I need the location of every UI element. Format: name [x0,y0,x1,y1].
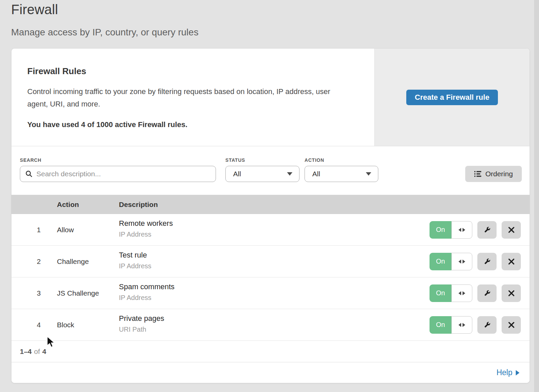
delete-rule-button[interactable] [502,284,521,302]
close-icon [508,322,515,328]
help-link-label: Help [497,368,512,377]
rule-description-cell: Spam comments IP Address [119,282,175,302]
wrench-icon [483,321,491,329]
edit-rule-button[interactable] [477,284,497,302]
action-label: ACTION [305,157,324,163]
rule-match-type: IP Address [119,294,175,302]
table-row: 4 Block Private pages URI Path On [11,309,530,341]
search-label: SEARCH [20,157,41,163]
close-icon [508,258,515,265]
wrench-icon [483,226,491,234]
chevron-down-icon [287,172,292,176]
rule-toggle: On [430,284,472,302]
page-title: Firewall [11,2,58,17]
page-subtitle: Manage access by IP, country, or query r… [11,27,198,38]
edit-rule-button[interactable] [477,316,497,334]
delete-rule-button[interactable] [502,253,521,270]
filters-bar: SEARCH STATUS All ACTION All [11,146,530,195]
close-icon [508,290,515,297]
arrow-left-icon [458,228,461,232]
table-row: 3 JS Challenge Spam comments IP Address … [11,277,530,309]
toggle-expand-button[interactable] [451,316,472,334]
search-input[interactable] [36,170,211,178]
search-box[interactable] [20,166,216,182]
firewall-page: Firewall Manage access by IP, country, o… [0,0,539,392]
rule-description-cell: Test rule IP Address [119,251,151,270]
rule-toggle: On [430,316,472,334]
rule-action: JS Challenge [57,289,99,297]
rule-action: Block [57,321,74,329]
rule-action: Allow [57,226,74,234]
pagination-of-label: of [34,348,40,356]
table-row: 1 Allow Remote workers IP Address On [11,214,530,246]
wrench-icon [483,258,491,266]
rule-description-cell: Private pages URI Path [119,314,164,333]
rule-priority: 2 [32,258,45,266]
rule-priority: 4 [32,321,45,329]
pagination: 1–4 of 4 [11,341,530,362]
ordered-list-icon [474,171,481,177]
rule-match-type: URI Path [119,326,164,333]
ordering-button[interactable]: Ordering [465,166,522,182]
rule-description: Private pages [119,314,164,323]
pagination-range: 1–4 [20,348,32,356]
toggle-on-button[interactable]: On [430,221,451,239]
rule-controls: On [430,316,521,334]
rule-match-type: IP Address [119,262,151,270]
action-selected-value: All [312,170,320,178]
toggle-on-button[interactable]: On [430,284,451,302]
rule-description: Remote workers [119,219,173,228]
arrow-right-icon [463,323,465,327]
rule-description: Test rule [119,251,151,260]
rules-description: Control incoming traffic to your zone by… [27,85,339,110]
rule-description: Spam comments [119,282,175,291]
status-select[interactable]: All [225,166,299,182]
right-triangle-icon [516,370,519,375]
column-header-action: Action [57,201,79,209]
toggle-on-button[interactable]: On [430,253,451,270]
rule-priority: 3 [32,289,45,297]
wrench-icon [483,289,491,297]
toggle-on-button[interactable]: On [430,316,451,334]
create-rule-panel: Create a Firewall rule [374,49,530,146]
rule-toggle: On [430,253,472,270]
rules-heading: Firewall Rules [27,66,354,77]
arrow-right-icon [463,260,465,264]
arrow-right-icon [463,228,465,232]
delete-rule-button[interactable] [502,316,521,334]
firewall-rules-card: Firewall Rules Control incoming traffic … [11,48,530,383]
rule-match-type: IP Address [119,231,173,238]
rule-description-cell: Remote workers IP Address [119,219,173,238]
rule-controls: On [430,253,521,270]
rule-controls: On [430,221,521,239]
arrow-left-icon [458,260,461,264]
status-selected-value: All [233,170,241,178]
status-label: STATUS [225,157,245,163]
arrow-left-icon [458,323,461,327]
arrow-left-icon [458,291,461,295]
create-firewall-rule-button[interactable]: Create a Firewall rule [406,90,498,105]
rule-priority: 1 [32,226,45,234]
window-right-edge [534,0,539,392]
rules-summary-section: Firewall Rules Control incoming traffic … [11,49,530,146]
chevron-down-icon [366,172,371,176]
delete-rule-button[interactable] [502,221,521,239]
rules-usage-count: You have used 4 of 1000 active Firewall … [27,120,354,129]
toggle-expand-button[interactable] [451,253,472,270]
pagination-total: 4 [42,348,46,356]
arrow-right-icon [463,291,465,295]
edit-rule-button[interactable] [477,253,497,270]
ordering-button-label: Ordering [485,170,513,178]
edit-rule-button[interactable] [477,221,497,239]
help-link[interactable]: Help [497,368,519,377]
column-header-description: Description [119,201,158,209]
search-icon [25,170,33,178]
toggle-expand-button[interactable] [451,284,472,302]
table-row: 2 Challenge Test rule IP Address On [11,246,530,277]
rules-summary-text: Firewall Rules Control incoming traffic … [11,49,374,146]
toggle-expand-button[interactable] [451,221,472,239]
action-select[interactable]: All [305,166,378,182]
card-footer: Help [11,362,530,383]
rule-controls: On [430,284,521,302]
close-icon [508,227,515,233]
